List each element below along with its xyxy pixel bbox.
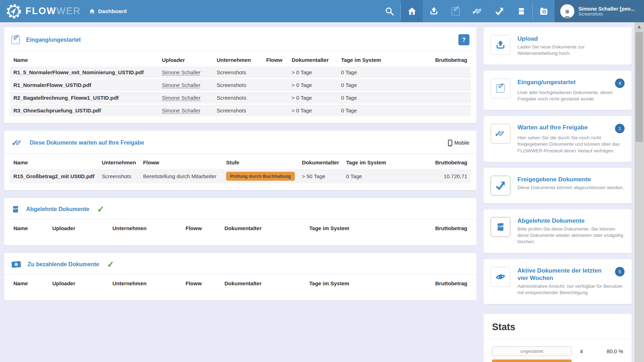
col-name: Name — [10, 53, 158, 66]
nav-upload-button[interactable] — [423, 0, 445, 22]
approval-panel: ✓✐ Diese Dokumente warten auf Ihre Freig… — [4, 131, 476, 190]
nav-active-docs-button[interactable] — [533, 0, 555, 22]
card-title: Upload — [517, 35, 538, 42]
document-name[interactable]: R15_Großbetrag2_mit UStID.pdf — [10, 169, 98, 185]
stats-percent: 80,0 % — [591, 348, 623, 354]
document-name[interactable]: R1_NormalerFloww_USTID.pdf — [10, 79, 158, 92]
uploader-link[interactable]: Simone Schaller — [162, 107, 200, 113]
upload-iconbox — [491, 35, 510, 55]
stats-panel: Stats ungestartet 4 80,0 % Stufe 1 1 20,… — [484, 314, 632, 362]
nav-dashboard-button[interactable] — [401, 0, 423, 22]
rejected-table: Name Uploader Unternehmen Floww Dokument… — [4, 220, 476, 245]
document-name[interactable]: R2_Bagatellrechnung_Floww1_USTID.pdf — [10, 92, 158, 105]
sidebar-card-upload[interactable]: Upload Laden Sie neue Dokumente zur Weit… — [484, 27, 632, 65]
payable-panel-title: Zu bezahlende Dokumente — [28, 261, 99, 268]
inbox-panel-title: Eingang/ungestartet — [26, 37, 81, 43]
torn-document-icon — [11, 205, 20, 214]
table-row[interactable]: R1_5_NormalerFloww_mit_Nominierung_USTID… — [10, 66, 471, 79]
col-stufe: Stufe — [223, 156, 299, 169]
brutto-cell — [398, 105, 471, 117]
brand-logo[interactable]: FLOWWER — [0, 0, 86, 22]
upload-icon — [429, 6, 439, 16]
page-content: ✐ Eingang/ungestartet ? Name Uploader Un… — [0, 22, 644, 362]
user-menu[interactable]: Simone Schaller [peo... Screenshots — [555, 0, 644, 22]
sidebar-card-rejected[interactable]: Abgelehnte Dokumente Bitte prüfen Sie di… — [484, 209, 632, 253]
sidebar-card-inbox[interactable]: ✐ Eingang/ungestartet4 Liste aller hochg… — [484, 71, 632, 110]
col-bruttobetrag: Bruttobetrag — [398, 53, 471, 66]
table-row[interactable]: R1_NormalerFloww_USTID.pdf Simone Schall… — [10, 79, 471, 92]
document-name[interactable]: R3_OhneSachpruefung_USTID.pdf — [10, 105, 158, 117]
col-dokumentalter: Dokumentalter — [298, 156, 343, 169]
eye-icon — [495, 271, 506, 282]
check-pencil-icon: ✓✐ — [472, 6, 484, 16]
uploader-link[interactable]: Simone Schaller — [162, 95, 200, 101]
tage-cell: 0 Tage — [338, 79, 398, 92]
table-row[interactable]: R3_OhneSachpruefung_USTID.pdf Simone Sch… — [10, 105, 471, 117]
pencil-dotted-icon: ✐ — [11, 36, 20, 44]
search-icon — [385, 6, 394, 16]
brand-text: FLOWWER — [25, 6, 81, 17]
sidebar-card-active-docs[interactable]: Aktive Dokumente der letzten vier Wochen… — [484, 259, 632, 304]
col-name: Name — [10, 222, 49, 235]
right-sidebar: Upload Laden Sie neue Dokumente zur Weit… — [484, 27, 634, 362]
home-small-icon — [89, 8, 95, 14]
table-row[interactable]: R2_Bagatellrechnung_Floww1_USTID.pdf Sim… — [10, 92, 471, 105]
sidebar-card-released[interactable]: Freigegebene Dokumente Diese Dokumente k… — [484, 168, 632, 203]
stufe-badge: Prüfung durch Buchhaltung — [226, 172, 295, 181]
user-name: Simone Schaller [peo... — [578, 6, 635, 12]
flowwer-gear-icon — [6, 3, 22, 19]
card-title: Freigegebene Dokumente — [517, 176, 591, 183]
card-title: Aktive Dokumente der letzten vier Wochen — [517, 267, 612, 282]
unternehmen-cell: Screenshots — [98, 169, 140, 185]
sidebar-card-approval[interactable]: ✓✐ Warten auf Ihre Freigabe1 Hier sehen … — [484, 116, 632, 162]
active-docs-iconbox — [491, 267, 510, 287]
table-row[interactable]: R15_Großbetrag2_mit UStID.pdf Screenshot… — [10, 169, 471, 185]
dokumentalter-cell: > 0 Tage — [288, 105, 338, 117]
nav-released-button[interactable] — [488, 0, 510, 22]
rejected-panel: Abgelehnte Dokumente ✓ Name Uploader Unt… — [4, 198, 476, 245]
tage-cell: 0 Tage — [343, 169, 396, 185]
vertical-scrollbar[interactable]: ∧ — [634, 22, 644, 362]
help-button[interactable]: ? — [458, 34, 469, 45]
pencil-dotted-icon: ✐ — [496, 84, 505, 93]
nav-rejected-button[interactable] — [510, 0, 532, 22]
top-navbar: FLOWWER Dashboard ✐ ✓✐ — [0, 0, 644, 22]
scroll-up-arrow[interactable]: ∧ — [634, 22, 644, 31]
stats-title: Stats — [492, 322, 623, 333]
arrow-up-right-icon — [495, 7, 504, 16]
col-name: Name — [10, 156, 98, 169]
nav-approval-button[interactable]: ✓✐ — [467, 0, 488, 22]
home-icon — [407, 6, 417, 16]
inbox-iconbox: ✐ — [491, 78, 510, 98]
arrow-up-right-icon — [495, 180, 506, 191]
stats-label-pill: Stufe 1 — [492, 360, 572, 362]
col-uploader: Uploader — [49, 277, 109, 290]
document-name[interactable]: R1_5_NormalerFloww_mit_Nominierung_USTID… — [10, 66, 158, 79]
card-title: Abgelehnte Dokumente — [517, 217, 585, 224]
card-description: Hier sehen Sie die durch Sie noch nicht … — [517, 135, 625, 154]
dokumentalter-cell: > 0 Tage — [288, 92, 338, 105]
col-dokumentalter: Dokumentalter — [221, 222, 306, 235]
rejected-panel-title: Abgelehnte Dokumente — [26, 206, 89, 212]
uploader-link[interactable]: Simone Schaller — [162, 69, 200, 75]
floww-cell — [263, 105, 288, 117]
nav-inbox-button[interactable]: ✐ — [445, 0, 467, 22]
brutto-cell: 10.720,71 — [396, 169, 471, 185]
tage-cell: 0 Tage — [338, 105, 398, 117]
col-floww: Floww — [182, 277, 221, 290]
search-button[interactable] — [379, 0, 400, 22]
uploader-link[interactable]: Simone Schaller — [162, 82, 200, 88]
brutto-cell — [398, 66, 471, 79]
col-bruttobetrag: Bruttobetrag — [396, 277, 471, 290]
unternehmen-cell: Screenshots — [213, 105, 263, 117]
count-badge: 5 — [615, 267, 625, 276]
all-clear-check-icon: ✓ — [97, 205, 104, 214]
col-bruttobetrag: Bruttobetrag — [396, 156, 471, 169]
navbar-actions: ✐ ✓✐ Simone Schaller [peo... Screenshots — [379, 0, 644, 22]
col-floww: Floww — [140, 156, 223, 169]
mobile-link[interactable]: Mobile — [448, 140, 469, 146]
scrollbar-thumb[interactable] — [636, 32, 643, 142]
stats-row: ungestartet 4 80,0 % — [492, 346, 623, 356]
payable-panel: Zu bezahlende Dokumente ✓ Name Uploader … — [4, 253, 476, 300]
user-info: Simone Schaller [peo... Screenshots — [578, 6, 635, 17]
